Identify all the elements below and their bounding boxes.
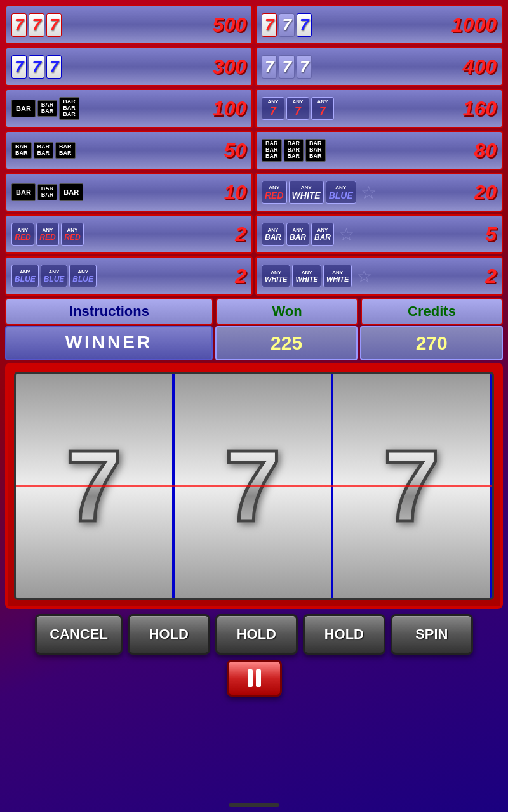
pay-symbols: ANY BLUE ANY BLUE ANY BLUE xyxy=(11,265,97,287)
any-white-icon: ANY WHITE xyxy=(292,265,321,287)
pay-amount: 300 xyxy=(196,55,246,79)
pay-symbols: ANY 7 ANY 7 ANY 7 xyxy=(262,97,334,120)
pay-row-4-right: BARBARBAR BARBARBAR BARBARBAR 80 xyxy=(255,131,503,170)
pay-row-3-right: ANY 7 ANY 7 ANY 7 160 xyxy=(255,89,503,128)
pay-row-3-left: BAR BARBAR BARBARBAR 100 xyxy=(5,89,253,128)
reel-2: 7 xyxy=(175,374,333,598)
bar-single-icon: BAR xyxy=(11,100,36,117)
pay-amount: 2 xyxy=(446,265,497,288)
seven-red-icon: 7 xyxy=(11,13,27,37)
bar-double-icon: BARBAR xyxy=(55,142,76,159)
credits-label: Credits xyxy=(361,298,503,325)
pause-icon xyxy=(248,669,261,687)
any-white-icon: ANY WHITE xyxy=(262,265,290,287)
seven-blue-icon: 7 xyxy=(11,55,27,79)
spin-button[interactable]: SPIN xyxy=(391,614,473,655)
pay-row-2-right: 7 7 7 400 xyxy=(255,47,503,86)
pay-symbols: BARBAR BARBAR BARBAR xyxy=(11,142,76,159)
hold-2-button[interactable]: HOLD xyxy=(215,614,298,655)
any-bar-icon: ANY BAR xyxy=(311,223,334,246)
bar-triple-icon: BARBARBAR xyxy=(305,139,326,162)
pay-amount: 100 xyxy=(196,97,246,121)
pay-amount: 50 xyxy=(196,139,246,162)
any-white-icon: ANY WHITE xyxy=(323,265,352,287)
pause-button[interactable] xyxy=(227,660,282,697)
pay-symbols: ANY WHITE ANY WHITE ANY WHITE ☆ xyxy=(262,265,372,287)
star-icon: ☆ xyxy=(356,266,372,287)
any-bar-icon: ANY BAR xyxy=(286,223,309,246)
reel-1-symbol: 7 xyxy=(66,435,123,537)
seven-red-icon: 7 xyxy=(29,13,44,37)
bottom-nav-indicator xyxy=(229,803,279,807)
bar-triple-icon: BARBARBAR xyxy=(262,139,282,162)
pay-amount: 5 xyxy=(446,223,497,246)
any-blue-icon: ANY BLUE xyxy=(11,265,39,287)
seven-white-icon: 7 xyxy=(279,55,294,79)
pay-amount: 160 xyxy=(446,97,497,121)
star-icon: ☆ xyxy=(338,224,354,245)
pay-symbols: ANY RED ANY WHITE ANY BLUE ☆ xyxy=(262,181,377,204)
pay-row-2-left: 7 7 7 300 xyxy=(5,47,253,86)
bar-triple-icon: BARBARBAR xyxy=(284,139,304,162)
seven-red-icon: 7 xyxy=(46,13,62,37)
pay-amount: 80 xyxy=(446,139,497,162)
bar-triple-icon: BARBARBAR xyxy=(59,97,79,120)
any-red-icon: ANY RED xyxy=(262,181,287,204)
pay-row-5-right: ANY RED ANY WHITE ANY BLUE ☆ 20 xyxy=(255,173,503,212)
bar-double-icon: BARBAR xyxy=(11,142,32,159)
seven-white-icon: 7 xyxy=(297,55,312,79)
reel-3: 7 xyxy=(333,374,492,598)
pause-bar-right xyxy=(256,669,261,687)
hold-1-button[interactable]: HOLD xyxy=(128,614,210,655)
hold-3-button[interactable]: HOLD xyxy=(303,614,385,655)
pay-amount: 10 xyxy=(196,181,246,204)
bar-single-icon: BAR xyxy=(11,183,36,201)
pay-row-6-right: ANY BAR ANY BAR ANY BAR ☆ 5 xyxy=(255,214,503,254)
pay-amount: 2 xyxy=(196,265,246,288)
winner-display: WINNER xyxy=(5,326,213,360)
any-white-icon: ANY WHITE xyxy=(289,181,324,204)
bar-double-icon: BARBAR xyxy=(37,184,58,200)
pause-bar-left xyxy=(248,669,253,687)
credits-value: 270 xyxy=(360,326,503,360)
pay-row-1-right: 7 7 7 1000 xyxy=(255,5,503,44)
pay-symbols: 7 7 7 xyxy=(11,13,62,37)
pay-symbols: ANY RED ANY RED ANY RED xyxy=(11,223,84,246)
pay-symbols: 7 7 7 xyxy=(11,55,62,79)
any-bar-icon: ANY BAR xyxy=(262,223,284,246)
any-red-icon: ANY RED xyxy=(36,223,59,246)
pay-amount: 400 xyxy=(446,55,497,79)
pay-amount: 500 xyxy=(196,13,246,37)
pay-table: 7 7 7 500 7 7 7 1000 7 7 7 300 7 xyxy=(5,5,503,296)
values-row: WINNER 225 270 xyxy=(5,326,503,360)
info-label-row: Instructions Won Credits xyxy=(5,298,503,325)
any-seven-red-icon: ANY 7 xyxy=(286,97,309,120)
any-blue-icon: ANY BLUE xyxy=(69,265,97,287)
won-value: 225 xyxy=(215,326,358,360)
pay-symbols: BARBARBAR BARBARBAR BARBARBAR xyxy=(262,139,326,162)
reel-2-symbol: 7 xyxy=(225,435,281,537)
seven-white-icon: 7 xyxy=(262,55,277,79)
cancel-button[interactable]: CANCEL xyxy=(35,614,123,655)
pay-amount: 2 xyxy=(196,223,246,246)
star-icon: ☆ xyxy=(361,182,377,203)
pay-row-5-left: BAR BARBAR BAR 10 xyxy=(5,173,253,212)
any-seven-red-icon: ANY 7 xyxy=(311,97,334,120)
any-blue-icon: ANY BLUE xyxy=(41,265,68,287)
seven-blue-icon: 7 xyxy=(46,55,62,79)
seven-white-icon: 7 xyxy=(279,13,294,37)
any-blue-icon: ANY BLUE xyxy=(326,181,356,204)
pay-symbols: 7 7 7 xyxy=(262,55,312,79)
seven-red-icon: 7 xyxy=(262,13,277,37)
pay-row-7-left: ANY BLUE ANY BLUE ANY BLUE 2 xyxy=(5,256,253,296)
seven-blue-icon: 7 xyxy=(29,55,44,79)
pay-symbols: 7 7 7 xyxy=(262,13,312,37)
pay-symbols: ANY BAR ANY BAR ANY BAR ☆ xyxy=(262,223,354,246)
seven-blue-icon: 7 xyxy=(297,13,312,37)
control-buttons: CANCEL HOLD HOLD HOLD SPIN xyxy=(5,614,503,655)
bar-double-icon: BARBAR xyxy=(37,100,58,117)
pay-row-6-left: ANY RED ANY RED ANY RED 2 xyxy=(5,214,253,254)
reels-container: 7 7 7 xyxy=(14,372,494,600)
any-red-icon: ANY RED xyxy=(61,223,84,246)
bar-double-icon: BARBAR xyxy=(34,142,54,159)
